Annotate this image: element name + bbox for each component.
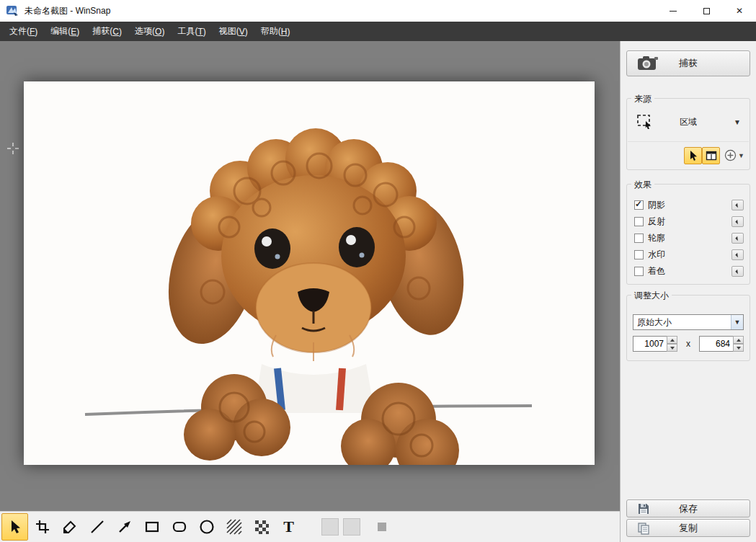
height-stepper [699,336,744,352]
shadow-options-button[interactable] [731,200,744,210]
ellipse-tool[interactable] [193,513,220,541]
menu-edit[interactable]: 编辑(E) [44,22,86,41]
width-input[interactable] [633,336,667,352]
source-actions: ▼ [628,141,749,169]
expand-arrow-icon [735,203,739,207]
winsnap-window: 未命名截图 - WinSnap ✕ 文件(F) 编辑(E) 捕获(C) 选项(O… [0,0,756,542]
effects-group-legend: 效果 [631,179,654,191]
editor-canvas[interactable]: T [0,41,620,542]
rounded-rectangle-icon [171,518,188,536]
watermark-options-button[interactable] [731,249,744,260]
window-icon [706,150,717,161]
add-source-button[interactable]: ▼ [724,149,744,161]
copy-icon [637,522,650,535]
copy-button[interactable]: 复制 [626,519,750,537]
rectangle-tool[interactable] [138,513,165,541]
expand-arrow-icon [735,236,739,240]
select-tool[interactable] [1,513,28,541]
shadow-checkbox[interactable] [634,200,644,210]
effects-group: 效果 阴影 反射 轮廓 水印 [626,184,750,285]
pixelate-tool[interactable] [248,513,275,541]
resize-group: 调整大小 原始大小 ▼ x [626,295,750,361]
captured-screenshot-image[interactable] [24,81,595,465]
rectangle-icon [143,518,161,536]
crop-icon [34,518,51,536]
primary-color-swatch[interactable] [321,518,339,536]
maximize-icon [703,8,710,14]
highlight-pen-tool[interactable] [56,513,83,541]
titlebar: 未命名截图 - WinSnap ✕ [0,0,756,22]
width-stepper [633,336,677,352]
capture-button[interactable]: 捕获 [626,50,750,76]
arrow-tool[interactable] [111,513,138,541]
resize-preset-select[interactable]: 原始大小 ▼ [633,314,744,330]
puppy-drawing [24,81,595,465]
hatch-tool[interactable] [221,513,247,541]
width-spin-up-button[interactable] [667,336,677,344]
effect-row-colorize: 着色 [634,263,744,280]
menu-help[interactable]: 帮助(H) [254,22,297,41]
height-spin-down-button[interactable] [733,344,744,352]
dimension-separator: x [677,339,699,349]
text-tool[interactable]: T [275,513,302,541]
line-tool[interactable] [84,513,110,541]
effect-row-reflection: 反射 [634,213,744,230]
rounded-rectangle-tool[interactable] [166,513,192,541]
close-button[interactable]: ✕ [723,0,756,22]
app-icon [6,4,19,17]
chevron-down-icon: ▼ [731,315,743,329]
save-button-label: 保存 [679,502,698,515]
reflection-checkbox[interactable] [634,217,644,226]
window-controls: ✕ [657,0,756,22]
resize-group-legend: 调整大小 [631,290,672,302]
resize-dimensions-row: x [633,336,744,352]
expand-arrow-icon [735,219,739,223]
effect-row-watermark: 水印 [634,246,744,263]
effect-row-shadow: 阴影 [634,197,744,213]
menu-file[interactable]: 文件(F) [3,22,44,41]
hatch-icon [226,518,243,536]
height-spin-up-button[interactable] [733,336,744,344]
outline-options-button[interactable] [731,233,744,244]
annotation-toolbar: T [0,511,620,542]
capture-mode-select[interactable]: 区域 ▼ [631,107,745,136]
save-button[interactable]: 保存 [626,499,750,517]
camera-icon [637,55,659,71]
source-group-legend: 来源 [631,93,654,105]
plus-circle-icon [724,149,737,161]
save-icon [637,502,650,515]
pen-icon [61,518,79,536]
secondary-color-swatch[interactable] [343,518,360,536]
ellipse-icon [198,518,215,536]
window-capture-toggle[interactable] [702,147,720,164]
expand-arrow-icon [735,252,739,257]
menubar: 文件(F) 编辑(E) 捕获(C) 选项(O) 工具(T) 视图(V) 帮助(H… [0,22,756,41]
outline-checkbox[interactable] [634,234,644,243]
maximize-button[interactable] [690,0,723,22]
resize-preset-value: 原始大小 [633,316,672,329]
chevron-down-icon: ▼ [734,118,741,126]
menu-options[interactable]: 选项(O) [128,22,171,41]
region-select-icon [636,112,653,132]
capture-panel: 捕获 来源 区域 ▼ [620,41,756,542]
cursor-icon [6,518,24,536]
crop-tool[interactable] [29,513,55,541]
width-spin-down-button[interactable] [667,344,677,352]
minimize-icon [670,11,677,12]
effect-row-outline: 轮廓 [634,230,744,246]
pixelate-icon [253,518,270,536]
menu-view[interactable]: 视图(V) [213,22,254,41]
line-icon [89,518,106,536]
watermark-checkbox[interactable] [634,250,644,259]
pointer-capture-toggle[interactable] [684,147,702,164]
menu-tools[interactable]: 工具(T) [171,22,212,41]
minimize-button[interactable] [657,0,690,22]
height-input[interactable] [699,336,733,352]
stroke-size-indicator[interactable] [378,523,386,531]
reflection-options-button[interactable] [731,216,744,227]
menu-capture[interactable]: 捕获(C) [86,22,128,41]
cursor-icon [688,150,699,161]
colorize-checkbox[interactable] [634,267,644,276]
colorize-options-button[interactable] [731,266,744,277]
chevron-down-icon: ▼ [738,152,744,159]
